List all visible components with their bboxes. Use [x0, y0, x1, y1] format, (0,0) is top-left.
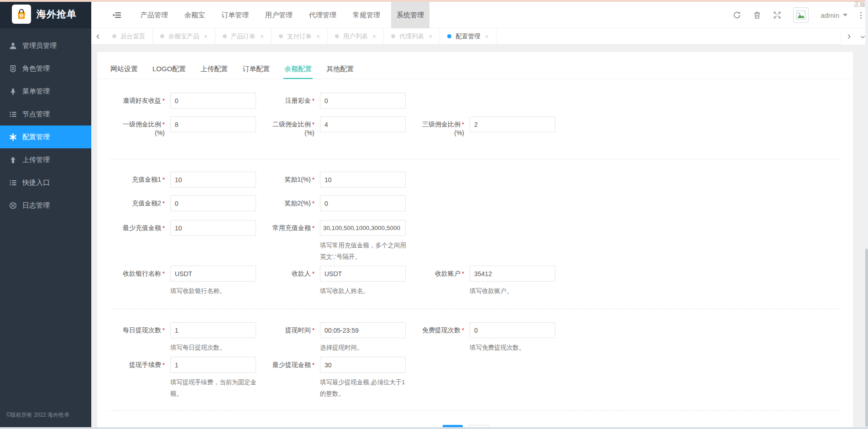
tab-home[interactable]: 后台首页	[105, 28, 153, 44]
field-label: 收款人*	[251, 266, 314, 282]
field-help: 填写常用充值金额，多个之间用英文','号隔开。	[320, 240, 408, 262]
field-help: 填写收款账户。	[470, 285, 557, 297]
sidebar-item-log[interactable]: 日志管理	[0, 194, 91, 217]
payee-input[interactable]	[320, 266, 406, 282]
tab-label: 代理列表	[399, 32, 424, 41]
close-icon[interactable]: ×	[485, 33, 488, 40]
trash-icon[interactable]	[753, 11, 761, 19]
register-bonus-input[interactable]	[320, 93, 406, 109]
sidebar-item-admin[interactable]: 管理员管理	[0, 34, 91, 57]
topnav-item-system[interactable]: 系统管理	[391, 2, 429, 28]
list-icon	[9, 179, 17, 187]
section-divider	[110, 410, 841, 411]
field-help: 填写每日提现次数。	[170, 342, 258, 353]
config-tab-order[interactable]: 订单配置	[241, 64, 271, 79]
admin-page: { "watermark": "正版", "logo": { "title": …	[0, 0, 868, 429]
header: 产品管理 余额宝 订单管理 用户管理 代理管理 常规管理 系统管理 admin	[91, 2, 868, 28]
field-help: 填写最少提现金额,必须位大于1的整数。	[320, 377, 408, 399]
sidebar-item-upload[interactable]: 上传管理	[0, 148, 91, 171]
field-label: 每日提现次数*	[101, 322, 165, 338]
sidebar-toggle-icon[interactable]	[112, 10, 121, 20]
broken-image-icon	[796, 10, 806, 20]
topnav-item-user[interactable]: 用户管理	[260, 2, 298, 28]
field-label: 常用充值金额*	[251, 220, 314, 236]
field-label: 充值金额1*	[101, 172, 165, 188]
sidebar-item-config[interactable]: 配置管理	[0, 126, 91, 148]
tab-config-active[interactable]: 配置管理 ×	[440, 28, 496, 44]
close-icon[interactable]: ×	[429, 33, 432, 40]
scrollbar-thumb[interactable]	[865, 249, 868, 427]
bank-name-input[interactable]	[170, 266, 256, 282]
tree-icon	[9, 88, 17, 95]
topnav-item-yuebao[interactable]: 余额宝	[179, 2, 210, 28]
horizontal-scrollbar[interactable]	[0, 427, 868, 429]
field-label: 最少提现金额*	[251, 357, 314, 373]
sidebar-item-node[interactable]: 节点管理	[0, 103, 91, 126]
tabs-scroll-right-icon[interactable]	[841, 28, 856, 45]
list-icon	[9, 110, 17, 118]
tab-label: 余额宝产品	[168, 32, 199, 41]
logo-area: 海外抢单	[0, 0, 91, 28]
tab-agent-list[interactable]: 代理列表 ×	[384, 28, 440, 44]
free-withdraw-count-input[interactable]	[470, 322, 555, 338]
more-menu-icon[interactable]	[859, 11, 863, 20]
reward2-input[interactable]	[320, 195, 406, 211]
tab-user-list[interactable]: 用户列表 ×	[328, 28, 384, 44]
fullscreen-icon[interactable]	[773, 11, 781, 19]
config-tab-upload[interactable]: 上传配置	[199, 64, 229, 79]
topnav-item-agent[interactable]: 代理管理	[303, 2, 342, 28]
sidebar-item-menu[interactable]: 菜单管理	[0, 80, 91, 103]
config-tab-other[interactable]: 其他配置	[325, 64, 355, 79]
sidebar-item-label: 管理员管理	[22, 42, 57, 50]
tab-dot-icon	[112, 34, 116, 38]
config-tab-balance-active[interactable]: 余额配置	[283, 64, 313, 79]
invite-income-input[interactable]	[170, 93, 256, 109]
min-withdraw-input[interactable]	[320, 357, 406, 373]
level3-commission-input[interactable]	[470, 116, 555, 132]
level1-commission-input[interactable]	[170, 116, 256, 132]
recharge-amount2-input[interactable]	[170, 195, 256, 211]
tab-yuebao-product[interactable]: 余额宝产品 ×	[153, 28, 215, 44]
tab-dot-icon	[447, 34, 451, 38]
page-tabbar: 后台首页 余额宝产品 × 产品订单 × 支付订单 × 用户列表 × 代理列表 ×…	[91, 28, 868, 45]
topnav-item-order[interactable]: 订单管理	[216, 2, 254, 28]
topnav-item-general[interactable]: 常规管理	[347, 2, 386, 28]
withdraw-fee-input[interactable]	[170, 357, 256, 373]
config-tab-logo[interactable]: LOGO配置	[152, 64, 187, 79]
tab-label: 产品订单	[231, 32, 256, 41]
vertical-scrollbar[interactable]	[865, 0, 868, 427]
close-icon[interactable]: ×	[372, 33, 376, 40]
chevron-down-icon	[843, 14, 847, 16]
sidebar: 海外抢单 管理员管理 角色管理 菜单管理 节点管理 配置管理 上传管理 快	[0, 0, 91, 429]
config-tab-site[interactable]: 网站设置	[110, 64, 139, 79]
close-icon[interactable]: ×	[316, 33, 320, 40]
daily-withdraw-count-input[interactable]	[170, 322, 256, 338]
close-icon[interactable]: ×	[260, 33, 264, 40]
config-panel: 网站设置 LOGO配置 上传配置 订单配置 余额配置 其他配置 邀请好友收益* …	[97, 52, 853, 429]
tab-pay-order[interactable]: 支付订单 ×	[272, 28, 328, 44]
avatar[interactable]	[793, 7, 809, 23]
refresh-icon[interactable]	[733, 11, 741, 19]
tab-label: 配置管理	[455, 32, 480, 41]
close-icon[interactable]: ×	[204, 33, 208, 40]
field-help: 填写提现手续费，当前为固定金额。	[170, 377, 258, 399]
withdraw-time-input[interactable]	[320, 322, 406, 338]
topnav-item-product[interactable]: 产品管理	[135, 2, 173, 28]
common-recharge-input[interactable]	[320, 220, 406, 236]
sidebar-item-label: 上传管理	[22, 156, 50, 164]
top-accent-bar	[0, 0, 868, 2]
tab-label: 后台首页	[120, 32, 145, 41]
user-menu[interactable]: admin	[821, 11, 847, 19]
payee-account-input[interactable]	[470, 266, 555, 282]
min-recharge-input[interactable]	[170, 220, 256, 236]
level2-commission-input[interactable]	[320, 116, 406, 132]
recharge-amount1-input[interactable]	[170, 172, 256, 188]
tabs-scroll-left-icon[interactable]	[91, 28, 105, 44]
tab-product-order[interactable]: 产品订单 ×	[215, 28, 272, 44]
field-label: 提现时间*	[251, 322, 314, 338]
sidebar-item-quick-entry[interactable]: 快捷入口	[0, 171, 91, 194]
sidebar-item-role[interactable]: 角色管理	[0, 57, 91, 80]
tab-label: 支付订单	[287, 32, 312, 41]
asterisk-config-icon	[9, 133, 17, 141]
reward1-input[interactable]	[320, 172, 406, 188]
